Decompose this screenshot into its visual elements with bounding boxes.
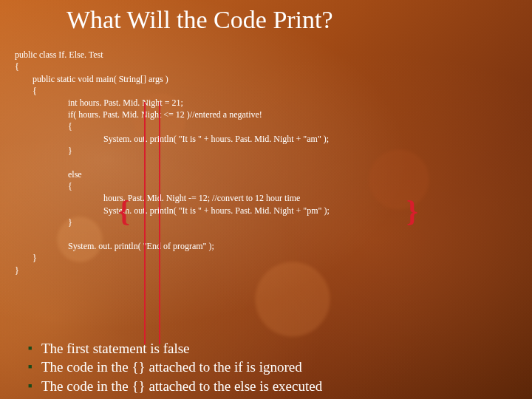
code-line: { bbox=[15, 61, 19, 72]
code-line: int hours. Past. Mid. Night = 21; bbox=[15, 98, 183, 108]
code-line: { bbox=[15, 121, 72, 132]
code-line: public static void main( String[] args ) bbox=[15, 74, 168, 84]
code-line: } bbox=[15, 217, 72, 228]
bullet-item: The first statement is false bbox=[28, 339, 517, 358]
code-line: } bbox=[15, 146, 72, 156]
bullet-list: The first statement is false The code in… bbox=[15, 339, 517, 399]
code-line: System. out. println( "It is " + hours. … bbox=[15, 134, 329, 144]
code-line: else bbox=[15, 169, 82, 180]
red-brace-right: } bbox=[406, 197, 418, 226]
red-vertical-line bbox=[159, 102, 160, 344]
code-line: hours. Past. Mid. Night -= 12; //convert… bbox=[15, 193, 300, 203]
code-line: { bbox=[15, 86, 37, 96]
code-line: } bbox=[15, 265, 19, 276]
code-line: System. out. println( "It is " + hours. … bbox=[15, 205, 330, 216]
code-line: if( hours. Past. Mid. Night <= 12 )//ent… bbox=[15, 109, 262, 120]
slide-title: What Will the Code Print? bbox=[66, 6, 517, 34]
bullet-item: The code in the {} attached to the if is… bbox=[28, 358, 517, 377]
code-line: public class If. Else. Test bbox=[15, 50, 103, 60]
red-vertical-line bbox=[144, 102, 146, 344]
bullet-item: The result is: bbox=[28, 396, 517, 399]
code-block: public class If. Else. Test { public sta… bbox=[15, 37, 517, 336]
code-line: System. out. println( "End of program" )… bbox=[15, 241, 214, 251]
red-brace-left: { bbox=[118, 197, 130, 226]
code-line: } bbox=[15, 253, 37, 263]
code-line: { bbox=[15, 181, 72, 191]
bullet-item: The code in the {} attached to the else … bbox=[28, 377, 517, 396]
